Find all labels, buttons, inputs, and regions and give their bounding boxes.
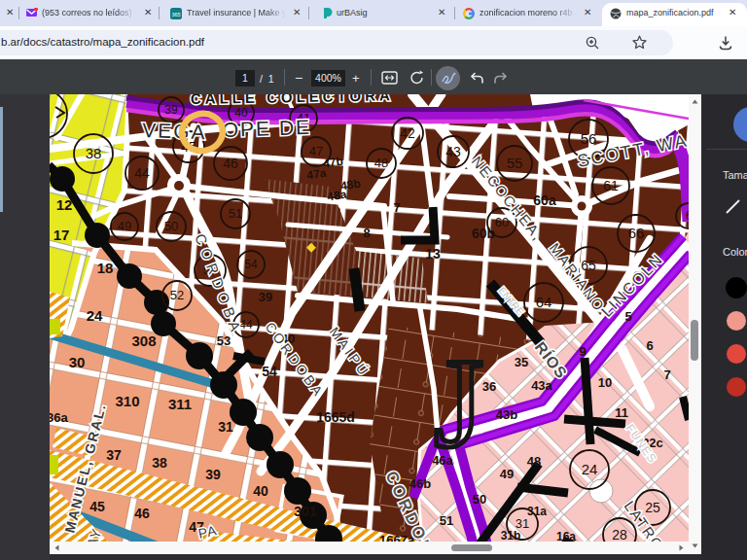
svg-text:7: 7 — [393, 200, 400, 215]
svg-text:44: 44 — [134, 165, 150, 181]
svg-text:38: 38 — [152, 455, 167, 471]
svg-text:48: 48 — [527, 454, 541, 469]
svg-text:46b: 46b — [409, 476, 431, 491]
svg-text:43: 43 — [445, 144, 461, 159]
svg-text:308: 308 — [131, 332, 156, 349]
svg-text:35: 35 — [515, 355, 528, 369]
svg-text:6: 6 — [646, 338, 653, 353]
svg-text:31a: 31a — [527, 505, 547, 518]
svg-text:12: 12 — [56, 196, 73, 213]
svg-text:1665d: 1665d — [316, 409, 355, 425]
svg-text:61: 61 — [603, 178, 619, 193]
svg-text:51: 51 — [440, 513, 453, 528]
svg-text:OPE DE: OPE DE — [222, 116, 311, 141]
svg-text:17: 17 — [53, 227, 70, 243]
svg-text:47a: 47a — [306, 166, 328, 183]
svg-text:28: 28 — [612, 527, 627, 542]
svg-text:50: 50 — [473, 492, 486, 507]
svg-text:47: 47 — [309, 144, 323, 158]
svg-text:16a: 16a — [556, 530, 576, 542]
svg-text:36a: 36a — [50, 410, 68, 425]
svg-text:24: 24 — [87, 307, 103, 324]
svg-text:25: 25 — [645, 500, 660, 515]
svg-text:64: 64 — [536, 294, 552, 310]
svg-text:39: 39 — [259, 290, 272, 304]
svg-text:311: 311 — [168, 396, 192, 412]
svg-text:60b: 60b — [472, 226, 495, 241]
svg-text:50: 50 — [164, 219, 178, 233]
svg-text:48a: 48a — [327, 188, 348, 204]
svg-text:9: 9 — [579, 344, 586, 359]
svg-text:13: 13 — [425, 246, 441, 262]
svg-text:46: 46 — [223, 156, 238, 171]
svg-text:53: 53 — [217, 333, 231, 348]
svg-text:VEGA: VEGA — [142, 119, 207, 143]
svg-text:42: 42 — [400, 125, 415, 141]
svg-text:52: 52 — [170, 288, 184, 302]
svg-text:301: 301 — [294, 504, 317, 519]
svg-text:37: 37 — [106, 447, 122, 463]
svg-text:38: 38 — [86, 145, 102, 161]
svg-text:30: 30 — [69, 354, 86, 370]
svg-text:24: 24 — [582, 461, 598, 477]
svg-text:31: 31 — [218, 419, 233, 435]
svg-text:39: 39 — [205, 467, 221, 482]
svg-text:51: 51 — [229, 206, 242, 221]
svg-text:49: 49 — [500, 467, 514, 481]
svg-text:60: 60 — [495, 215, 509, 229]
svg-text:54: 54 — [244, 258, 258, 271]
svg-text:31b: 31b — [501, 529, 521, 542]
svg-text:7: 7 — [663, 368, 670, 382]
svg-text:36: 36 — [482, 379, 496, 394]
svg-text:60a: 60a — [533, 192, 556, 208]
svg-text:10: 10 — [598, 375, 612, 390]
svg-text:365: 365 — [171, 12, 180, 18]
svg-text:18: 18 — [97, 260, 114, 276]
svg-text:66: 66 — [628, 225, 645, 241]
svg-text:45: 45 — [89, 499, 105, 514]
svg-text:310: 310 — [115, 393, 139, 409]
svg-text:55: 55 — [507, 155, 523, 171]
svg-text:40: 40 — [253, 483, 268, 499]
svg-text:39: 39 — [164, 103, 178, 117]
svg-text:11: 11 — [615, 405, 628, 420]
svg-text:49: 49 — [118, 219, 131, 233]
svg-text:46a: 46a — [432, 453, 453, 468]
svg-text:8: 8 — [363, 226, 370, 240]
svg-text:46: 46 — [134, 506, 150, 521]
svg-text:43a: 43a — [531, 378, 552, 393]
svg-text:43b: 43b — [496, 407, 517, 422]
svg-text:54: 54 — [262, 364, 277, 379]
svg-text:56: 56 — [581, 130, 597, 147]
svg-text:5: 5 — [624, 309, 631, 324]
svg-text:48: 48 — [374, 156, 388, 170]
